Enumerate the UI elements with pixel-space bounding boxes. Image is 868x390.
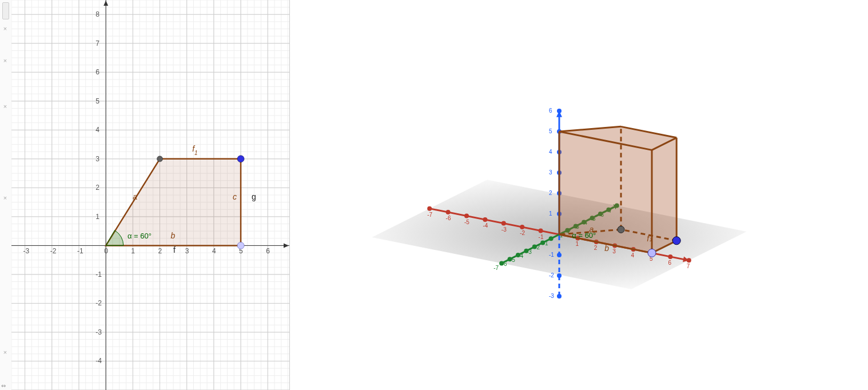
y-tick-label: -3 xyxy=(95,328,102,336)
axis-tick xyxy=(520,225,524,229)
x-tick-label: 2 xyxy=(158,247,162,255)
axis-tick-label: -4 xyxy=(483,222,488,229)
y-tick-label: 6 xyxy=(95,68,99,76)
axis-tick-label: -1 xyxy=(549,252,554,258)
axis-tick xyxy=(549,236,554,241)
axis-tick-label: 3 xyxy=(612,248,616,254)
axis-tick xyxy=(501,221,506,226)
axis-tick-label: -5 xyxy=(510,257,515,263)
y-tick-label: 5 xyxy=(95,97,99,105)
svg-point-133 xyxy=(557,273,562,278)
axis-tick xyxy=(483,217,487,222)
axis-tick-label: -3 xyxy=(527,249,532,255)
edge-label-a: a xyxy=(133,192,137,201)
graphics-3d-panel[interactable]: -7-6-5-4-3-2-11234567-7-6-5-4-3-2-112345… xyxy=(290,0,868,390)
axis-tick-label: -1 xyxy=(543,240,548,246)
y-tick-label: 7 xyxy=(95,39,99,47)
axis-tick-label: -1 xyxy=(539,234,544,240)
angle-label: α = 60° xyxy=(128,232,152,240)
axis-tick xyxy=(464,214,469,218)
axis-tick-label: 6 xyxy=(549,108,552,114)
vertex-point[interactable] xyxy=(237,242,244,249)
svg-point-140 xyxy=(557,109,562,113)
edge-label-f1-3d: f₁ xyxy=(647,234,652,243)
axis-tick-label: -7 xyxy=(493,265,499,271)
graphics-2d-panel[interactable]: -3-2-10123456-4-3-2-112345678abcf1fgα = … xyxy=(11,0,290,390)
y-tick-label: -4 xyxy=(95,357,102,365)
axis-tick-label: -3 xyxy=(549,293,554,299)
x-tick-label: 6 xyxy=(266,247,270,255)
axis-tick xyxy=(427,206,432,211)
axis-tick-label: 5 xyxy=(549,128,552,134)
axis-tick-label: -6 xyxy=(446,215,451,221)
x-tick-label: 1 xyxy=(131,247,135,255)
edge-label-b-3d: b xyxy=(604,244,609,253)
drag-handle[interactable] xyxy=(2,2,9,19)
axis-tick-label: -6 xyxy=(502,261,507,267)
x-tick-label: -2 xyxy=(50,247,57,255)
x-tick-label: 4 xyxy=(212,247,216,255)
axis-tick xyxy=(446,210,451,214)
edge-label-b: b xyxy=(170,231,175,240)
axis-tick-label: 4 xyxy=(631,252,635,258)
y-tick-label: 3 xyxy=(95,155,99,163)
graphics-3d-svg[interactable]: -7-6-5-4-3-2-11234567-7-6-5-4-3-2-112345… xyxy=(290,0,868,390)
axis-tick-label: -2 xyxy=(549,272,554,278)
axis-tick-label: -7 xyxy=(427,212,432,218)
edge-label-g: g xyxy=(252,192,256,201)
x-tick-label: 3 xyxy=(185,247,189,255)
y-tick-label: -2 xyxy=(95,299,102,307)
edge-label-f1: f1 xyxy=(192,144,197,156)
close-icon[interactable]: × xyxy=(1,194,9,201)
axis-tick-label: -5 xyxy=(464,219,469,225)
x-tick-label: -1 xyxy=(77,247,83,255)
y-tick-label: 1 xyxy=(95,213,99,221)
axis-tick-label: 6 xyxy=(668,260,671,266)
axis-tick-label: 3 xyxy=(549,169,552,176)
close-icon[interactable]: × xyxy=(1,349,9,356)
left-sidebar: × × × × × ⇔ xyxy=(0,0,12,390)
close-icon[interactable]: × xyxy=(1,57,9,64)
svg-point-134 xyxy=(557,253,562,257)
vertex-point-3d[interactable] xyxy=(618,226,624,233)
vertex-point[interactable] xyxy=(157,156,163,162)
graphics-2d-svg[interactable]: -3-2-10123456-4-3-2-112345678abcf1fgα = … xyxy=(11,0,289,390)
svg-marker-143 xyxy=(652,138,676,253)
y-tick-label: 8 xyxy=(95,10,99,18)
y-tick-label: 2 xyxy=(95,184,99,192)
y-tick-label: 4 xyxy=(95,126,99,134)
vertex-point-3d[interactable] xyxy=(648,249,656,257)
edge-label-c: c xyxy=(233,192,237,201)
x-tick-label: 0 xyxy=(104,247,108,255)
axis-tick-label: -2 xyxy=(520,230,525,236)
axis-tick-label: 1 xyxy=(549,210,552,217)
vertex-point[interactable] xyxy=(237,156,244,162)
axis-tick-label: -4 xyxy=(518,253,523,259)
axis-tick xyxy=(668,254,672,259)
axis-tick xyxy=(687,258,691,262)
edge-label-f: f xyxy=(173,245,176,254)
axis-tick xyxy=(539,229,543,233)
close-icon[interactable]: × xyxy=(1,25,9,32)
axis-tick-label: 4 xyxy=(549,149,552,155)
vertex-point-3d[interactable] xyxy=(672,237,680,245)
x-tick-label: -3 xyxy=(23,247,30,255)
edge-label-a-3d: a xyxy=(590,225,594,234)
close-icon[interactable]: × xyxy=(1,103,9,110)
svg-point-132 xyxy=(557,294,562,299)
axis-tick-label: 1 xyxy=(575,241,579,247)
svg-marker-124 xyxy=(103,1,108,6)
axis-tick-label: -3 xyxy=(501,226,507,233)
axis-tick-label: 2 xyxy=(594,245,598,251)
axis-tick-label: -2 xyxy=(535,244,540,250)
y-tick-label: -1 xyxy=(95,270,102,278)
axis-tick-label: 2 xyxy=(549,190,552,196)
axis-tick-label: 7 xyxy=(687,263,690,269)
expand-icon[interactable]: ⇔ xyxy=(1,383,6,389)
